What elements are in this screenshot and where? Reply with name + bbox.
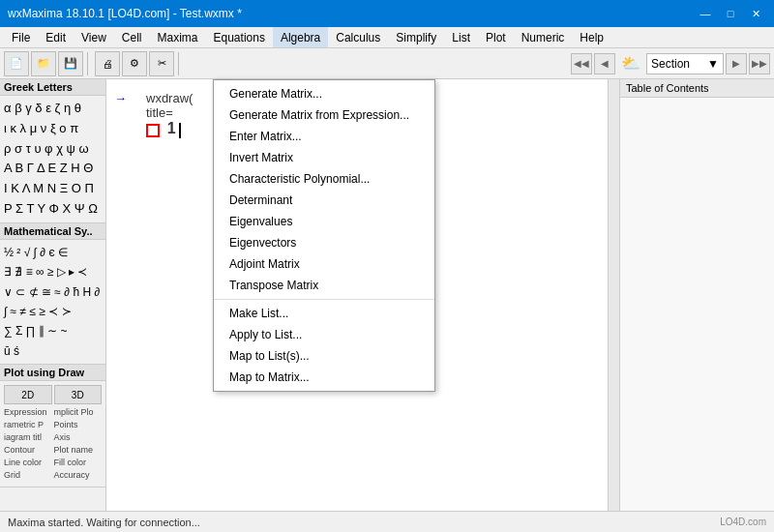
greek-title: Greek Letters [0,79,105,96]
menu-determinant[interactable]: Determinant [214,190,434,211]
plot-3d-button[interactable]: 3D [54,385,103,404]
cursor-marker [179,123,181,138]
plot-row-5: Contour Plot name [4,445,102,455]
cell-line-2: title= [146,105,193,120]
math-symbols: ½ ² √ ∫ ∂ є ∈ ∃ ∄ ≡ ∞ ≥ ▷ ▸ ≺ ∨ ⊂ ⊄ ≅ ≈ … [0,240,105,364]
cell-cursor: 1 [167,120,176,136]
math-title: Mathematical Sy.. [0,223,105,240]
status-message: Maxima started. Waiting for connection..… [8,517,200,528]
section-dropdown[interactable]: Section ▼ [646,53,724,74]
menu-enter-matrix[interactable]: Enter Matrix... [214,126,434,147]
plot-axis-label: Axis [54,432,103,442]
red-square-icon [146,124,160,137]
settings-button[interactable]: ⚙ [122,51,147,76]
scissors-button[interactable]: ✂ [149,51,174,76]
menu-eigenvalues[interactable]: Eigenvalues [214,211,434,232]
menu-view[interactable]: View [74,27,114,47]
menu-simplify[interactable]: Simplify [388,27,444,47]
weather-icon: ⛅ [617,54,644,73]
plot-controls: 2D 3D Expression mplicit Plo rametric P … [0,381,105,487]
plot-accuracy-label: Accuracy [54,470,103,480]
menu-char-poly[interactable]: Characteristic Polynomial... [214,168,434,190]
plot-row-4: iagram titl Axis [4,432,102,442]
vertical-scrollbar[interactable] [608,79,619,511]
menu-plot[interactable]: Plot [478,27,514,47]
section-label: Section [651,57,690,71]
plot-linecolor-label: Line color [4,458,52,467]
menu-cell[interactable]: Cell [114,27,150,47]
menu-calculus[interactable]: Calculus [328,27,388,47]
close-button[interactable]: ✕ [745,5,766,22]
greek-section: Greek Letters α β γ δ ε ζ η θ ι κ λ μ ν … [0,79,105,223]
nav-prev-button[interactable]: ◀◀ [571,53,592,74]
plot-fillcolor-label: Fill color [54,458,103,467]
menu-apply-to-list[interactable]: Apply to List... [214,324,434,345]
plot-points-label: Points [54,420,103,429]
plot-implicit-label: mplicit Plo [54,407,103,417]
plot-row-3: rametric P Points [4,420,102,429]
plot-expression-label: Expression [4,407,52,417]
menu-file[interactable]: File [4,27,38,47]
algebra-dropdown-menu: Generate Matrix... Generate Matrix from … [213,79,435,392]
title-bar: wxMaxima 18.10.1 [LO4D.com] - Test.wxmx … [0,0,774,27]
menu-invert-matrix[interactable]: Invert Matrix [214,147,434,168]
separator-2 [178,52,182,75]
plot-diagram-label: iagram titl [4,432,52,442]
plot-title: Plot using Draw [0,365,105,381]
menu-help[interactable]: Help [572,27,611,47]
window-title: wxMaxima 18.10.1 [LO4D.com] - Test.wxmx … [8,7,242,20]
nav-prev2-button[interactable]: ◀ [594,53,615,74]
menu-adjoint-matrix[interactable]: Adjoint Matrix [214,253,434,275]
menu-transpose-matrix[interactable]: Transpose Matrix [214,275,434,296]
status-bar: Maxima started. Waiting for connection..… [0,511,774,532]
menu-edit[interactable]: Edit [38,27,74,47]
menu-maxima[interactable]: Maxima [150,27,206,47]
maximize-button[interactable]: □ [720,5,741,22]
right-panel: Table of Contents [619,79,774,511]
menu-equations[interactable]: Equations [206,27,273,47]
plot-row-2: Expression mplicit Plo [4,407,102,417]
menu-eigenvectors[interactable]: Eigenvectors [214,232,434,253]
print-button[interactable]: 🖨 [95,51,120,76]
menu-make-list[interactable]: Make List... [214,303,434,324]
menu-numeric[interactable]: Numeric [514,27,573,47]
plot-row-7: Grid Accuracy [4,470,102,480]
menu-algebra[interactable]: Algebra [273,27,328,47]
cell-line-1: wxdraw( [146,91,193,105]
cell-prompt: → [114,91,127,105]
menu-generate-matrix[interactable]: Generate Matrix... [214,83,434,104]
math-section: Mathematical Sy.. ½ ² √ ∫ ∂ є ∈ ∃ ∄ ≡ ∞ … [0,223,105,365]
menu-bar: File Edit View Cell Maxima Equations Alg… [0,27,774,48]
menu-list[interactable]: List [444,27,478,47]
status-logo: LO4D.com [720,517,766,527]
cell-body: wxdraw( title= 1 [146,91,193,138]
plot-name-label: Plot name [54,445,103,455]
plot-row-1: 2D 3D [4,385,102,404]
menu-map-to-matrix[interactable]: Map to Matrix... [214,367,434,388]
save-button[interactable]: 💾 [58,51,83,76]
menu-generate-matrix-expr[interactable]: Generate Matrix from Expression... [214,104,434,126]
plot-section: Plot using Draw 2D 3D Expression mplicit… [0,365,105,488]
nav-next-button[interactable]: ▶ [726,53,747,74]
toc-title: Table of Contents [620,79,774,98]
menu-map-to-lists[interactable]: Map to List(s)... [214,345,434,367]
window-controls: — □ ✕ [695,5,766,22]
plot-2d-button[interactable]: 2D [4,385,52,404]
plot-contour-label: Contour [4,445,52,455]
plot-row-6: Line color Fill color [4,458,102,467]
dropdown-arrow-icon: ▼ [707,57,719,71]
new-button[interactable]: 📄 [4,51,29,76]
plot-grid-label: Grid [4,470,52,480]
separator-1 [87,52,91,75]
left-panel: Greek Letters α β γ δ ε ζ η θ ι κ λ μ ν … [0,79,106,511]
minimize-button[interactable]: — [695,5,716,22]
plot-parametric-label: rametric P [4,420,52,429]
toolbar: 📄 📁 💾 🖨 ⚙ ✂ ◀◀ ◀ ⛅ Section ▼ ▶ ▶▶ [0,48,774,79]
nav-next2-button[interactable]: ▶▶ [749,53,770,74]
open-button[interactable]: 📁 [31,51,56,76]
cell-line-3: 1 [146,120,193,138]
greek-letters: α β γ δ ε ζ η θ ι κ λ μ ν ξ ο π ρ σ τ υ … [0,96,105,222]
menu-separator [214,299,434,300]
